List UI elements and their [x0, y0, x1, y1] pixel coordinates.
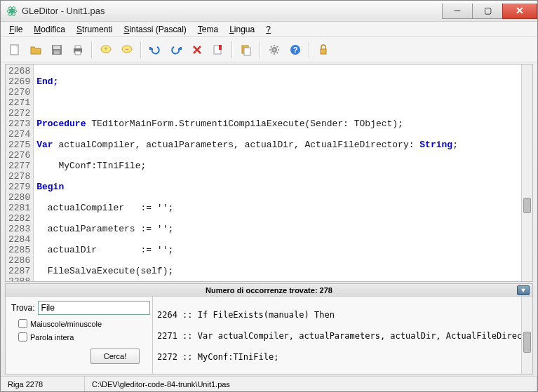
txt: TEditorMainForm.StrumentiCompilaExecute(…: [86, 119, 403, 129]
menu-lingua[interactable]: Lingua: [225, 23, 259, 36]
scroll-thumb[interactable]: [523, 198, 531, 213]
menu-strumenti[interactable]: Strumenti: [72, 23, 116, 36]
svg-rect-18: [244, 48, 250, 55]
line-number: 2268: [8, 66, 30, 76]
svg-line-27: [271, 52, 272, 53]
menu-help[interactable]: ?: [262, 23, 275, 36]
svg-rect-31: [321, 49, 326, 54]
help-button[interactable]: ?: [285, 40, 305, 60]
copy-button[interactable]: [236, 40, 256, 60]
menu-tema[interactable]: Tema: [194, 23, 222, 36]
line-number: 2286: [8, 255, 30, 266]
kw: Procedure: [36, 119, 86, 129]
redo-button[interactable]: [166, 40, 186, 60]
window-controls: ─ ▢ ✕: [443, 4, 537, 19]
search-input[interactable]: [38, 301, 150, 315]
txt: actualCompiler, actualParameters, actual…: [53, 140, 420, 150]
case-label: Maiuscole/minuscole: [30, 320, 102, 328]
menu-modifica[interactable]: Modifica: [29, 23, 69, 36]
result-row[interactable]: 2272 :: MyConf:TIniFile;: [157, 352, 517, 363]
line-number: 2285: [8, 245, 30, 255]
search-button[interactable]: Cerca!: [90, 349, 140, 364]
search-count-label: Numero di occorrenze trovate: 278: [206, 286, 332, 295]
svg-line-25: [271, 46, 272, 48]
code-line: MyConf:TIniFile;: [36, 161, 518, 171]
results-scrollbar[interactable]: [521, 297, 532, 374]
comment-remove-button[interactable]: −: [117, 40, 137, 60]
svg-text:+: +: [104, 46, 107, 53]
whole-label: Parola intera: [30, 333, 74, 342]
code-content[interactable]: End; Procedure TEditorMainForm.Strumenti…: [34, 65, 521, 281]
menubar: File Modifica Strumenti Sintassi (Pascal…: [1, 22, 537, 37]
svg-rect-7: [54, 50, 60, 54]
svg-rect-16: [219, 45, 222, 50]
open-file-button[interactable]: [26, 40, 46, 60]
line-gutter: 2268 2269 2270 2271 2272 2273 2274 2275 …: [6, 65, 34, 281]
line-number: 2269: [8, 76, 30, 87]
collapse-panel-button[interactable]: ▼: [517, 285, 530, 295]
line-number: 2282: [8, 213, 30, 224]
whole-checkbox-input[interactable]: [18, 332, 27, 342]
settings-button[interactable]: [264, 40, 284, 60]
whole-word-checkbox[interactable]: Parola intera: [11, 332, 147, 342]
case-checkbox-input[interactable]: [18, 319, 27, 328]
svg-rect-9: [75, 46, 81, 48]
menu-sintassi[interactable]: Sintassi (Pascal): [119, 23, 190, 36]
bookmark-button[interactable]: [208, 40, 228, 60]
toolbar-separator: [260, 41, 261, 58]
line-number: 2272: [8, 108, 30, 119]
kw: Begin: [36, 182, 64, 192]
kw: Var: [36, 140, 53, 150]
line-number: 2287: [8, 266, 30, 276]
code-editor[interactable]: 2268 2269 2270 2271 2272 2273 2274 2275 …: [5, 64, 533, 282]
save-button[interactable]: [47, 40, 67, 60]
close-button[interactable]: ✕: [502, 4, 537, 19]
search-body: Trova: Maiuscole/minuscole Parola intera…: [6, 297, 532, 374]
app-window: GLeDitor - Unit1.pas ─ ▢ ✕ File Modifica…: [0, 0, 538, 392]
toolbar-separator: [140, 41, 142, 58]
code-line: actualCompiler := '';: [36, 203, 518, 213]
line-number: 2281: [8, 203, 30, 213]
menu-file[interactable]: File: [5, 23, 27, 36]
search-label: Trova:: [11, 303, 35, 313]
line-number: 2273: [8, 119, 30, 129]
line-number: 2270: [8, 87, 30, 97]
undo-button[interactable]: [145, 40, 165, 60]
search-controls: Trova: Maiuscole/minuscole Parola intera…: [6, 297, 153, 374]
result-row[interactable]: 2277 :: FileSalvaExecute(self);: [157, 373, 517, 374]
svg-rect-10: [75, 51, 81, 55]
svg-text:?: ?: [293, 46, 298, 54]
search-panel: Numero di occorrenze trovate: 278 ▼ Trov…: [5, 283, 533, 374]
result-row[interactable]: 2264 :: If FileExists(manuale) Then: [157, 310, 517, 320]
toolbar-separator: [91, 41, 93, 58]
line-number: 2283: [8, 224, 30, 234]
line-number: 2284: [8, 234, 30, 245]
maximize-button[interactable]: ▢: [472, 4, 503, 19]
svg-point-20: [274, 48, 276, 50]
toolbar-separator: [309, 41, 310, 58]
result-row[interactable]: 2271 :: Var actualCompiler, actualParame…: [157, 331, 517, 342]
status-line: Riga 2278: [1, 377, 85, 391]
line-number: 2280: [8, 192, 30, 203]
line-number: 2274: [8, 129, 30, 140]
lock-button[interactable]: [314, 40, 333, 60]
svg-text:−: −: [125, 46, 128, 53]
window-title: GLeDitor - Unit1.pas: [22, 6, 443, 16]
svg-line-26: [277, 52, 278, 53]
line-number: 2271: [8, 97, 30, 108]
case-sensitive-checkbox[interactable]: Maiuscole/minuscole: [11, 319, 147, 328]
app-icon: [6, 6, 18, 17]
svg-rect-6: [53, 46, 60, 49]
scroll-thumb[interactable]: [523, 332, 531, 353]
line-number: 2288: [8, 276, 30, 282]
statusbar: Riga 2278 C:\DEV\gleditor-code-84-trunk\…: [1, 376, 537, 391]
new-file-button[interactable]: [5, 40, 25, 60]
svg-line-28: [277, 46, 278, 48]
minimize-button[interactable]: ─: [442, 4, 473, 19]
print-button[interactable]: [68, 40, 88, 60]
toolbar: + − ?: [1, 37, 537, 62]
search-results[interactable]: 2264 :: If FileExists(manuale) Then 2271…: [153, 297, 521, 374]
editor-scrollbar[interactable]: [521, 65, 532, 281]
comment-add-button[interactable]: +: [96, 40, 116, 60]
delete-button[interactable]: [187, 40, 207, 60]
